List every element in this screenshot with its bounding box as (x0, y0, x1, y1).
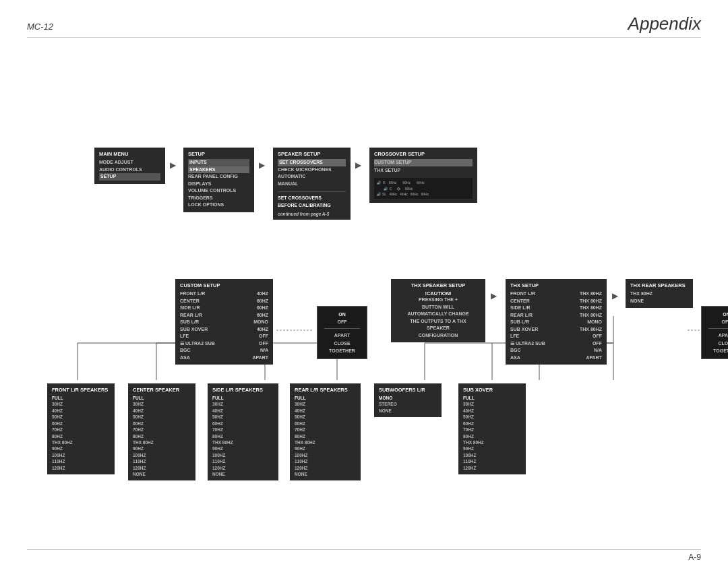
cs-front-lr-val: 40Hz (257, 290, 268, 298)
custom-setup-box: CUSTOM SETUP FRONT L/R 40Hz CENTER 60Hz … (175, 279, 273, 365)
sub-none: NONE (379, 408, 437, 414)
setup-item-triggers: TRIGGERS (188, 195, 249, 202)
setup-item-lock: LOCK OPTIONS (188, 201, 249, 209)
side-lr-50: 50Hz (212, 414, 274, 420)
front-lr-50: 50Hz (52, 414, 110, 420)
rear-lr-90: 90Hz (295, 445, 356, 451)
thx-lfe-val: OFF (593, 333, 602, 340)
cs-asa-val: APART (252, 354, 268, 362)
arrow-5 (612, 289, 623, 300)
center-110: 110Hz (133, 458, 191, 464)
onoff-on-1: ON (324, 311, 360, 318)
side-lr-30: 30Hz (212, 401, 274, 407)
rear-lr-thx80: THX 80Hz (295, 439, 356, 445)
thx-center-label: CENTER (510, 298, 530, 305)
rear-lr-30: 30Hz (295, 401, 356, 407)
rear-lr-60: 60Hz (295, 420, 356, 427)
side-lr-120: 120Hz (212, 465, 274, 471)
crossover-setup-title: CROSSOVER SETUP (374, 151, 473, 157)
sub-mono: MONO (379, 395, 437, 401)
speaker-setup-item-3: AUTOMATIC (278, 173, 346, 181)
sub-xover-70: 70Hz (463, 427, 521, 433)
onoff-close-1: CLOSE (324, 340, 360, 347)
thx-asa-label: ASA (510, 354, 520, 362)
sub-xover-box: SUB XOVER FULL 30Hz 40Hz 50Hz 60Hz 70Hz … (458, 383, 526, 474)
speaker-setup-item-4: MANUAL (278, 181, 346, 188)
thx-rear-lr-val: THX 80Hz (580, 312, 602, 319)
arrow-1 (170, 158, 181, 169)
front-lr-30: 30Hz (52, 401, 110, 407)
cs-lfe-val: OFF (259, 333, 268, 340)
cs-center-label: CENTER (180, 298, 200, 305)
rear-lr-box: REAR L/R SPEAKERS FULL 30Hz 40Hz 50Hz 60… (290, 383, 361, 480)
thx-center-val: THX 80Hz (580, 298, 602, 305)
thx-line-3: AUTOMATICALLY CHANGE (396, 311, 481, 318)
main-menu-item-1: MODE ADJUST (99, 159, 160, 166)
center-60: 60Hz (133, 420, 191, 427)
center-90: 90Hz (133, 445, 191, 451)
onoff-off-2: OFF (708, 318, 728, 325)
front-lr-80: 80Hz (52, 433, 110, 439)
front-lr-110: 110Hz (52, 458, 110, 464)
center-box: CENTER SPEAKER FULL 30Hz 40Hz 50Hz 60Hz … (128, 383, 195, 480)
side-lr-40: 40Hz (212, 408, 274, 414)
front-lr-box: FRONT L/R SPEAKERS FULL 30Hz 40Hz 50Hz 6… (47, 383, 115, 474)
front-lr-70: 70Hz (52, 427, 110, 433)
cs-bgc-label: BGC (180, 347, 191, 354)
front-lr-60: 60Hz (52, 420, 110, 427)
thx-line-5: SPEAKER (396, 325, 481, 332)
sub-xover-30: 30Hz (463, 401, 521, 407)
cs-sub-xover-val: 40Hz (257, 326, 268, 334)
thx-ultra2-label: ☰ ULTRA2 SUB (510, 340, 545, 348)
cs-side-lr-label: SIDE L/R (180, 305, 200, 312)
center-none: NONE (133, 471, 191, 477)
thx-rear-lr-label: REAR L/R (510, 312, 533, 319)
speaker-setup-item-2: CHECK MICROPHONES (278, 166, 346, 174)
thx-rear-none: NONE (630, 298, 688, 305)
front-lr-100: 100Hz (52, 452, 110, 458)
page-number: A-9 (688, 553, 701, 562)
speaker-setup-note-1: SET CROSSOVERS (278, 195, 346, 202)
side-lr-title: SIDE L/R SPEAKERS (212, 387, 274, 393)
cs-bgc-val: N/A (260, 347, 268, 354)
sub-xover-90: 90Hz (463, 445, 521, 451)
thx-line-1: PRESSING THE + (396, 296, 481, 304)
thx-speaker-setup-title: THX SPEAKER SETUP (396, 282, 481, 288)
onoff-apart-2: APART (708, 332, 728, 339)
thx-bgc-val: N/A (594, 347, 602, 354)
onoff-close-2: CLOSE (708, 340, 728, 347)
front-lr-title: FRONT L/R SPEAKERS (52, 387, 110, 393)
center-80: 80Hz (133, 433, 191, 439)
side-lr-110: 110Hz (212, 458, 274, 464)
onoff-apart-1: APART (324, 332, 360, 339)
center-70: 70Hz (133, 427, 191, 433)
thx-rear-80hz: THX 80Hz (630, 290, 688, 298)
rear-lr-110: 110Hz (295, 458, 356, 464)
rear-lr-title: REAR L/R SPEAKERS (295, 387, 356, 393)
crossover-thx: THX SETUP (374, 167, 473, 175)
sub-xover-50: 50Hz (463, 414, 521, 420)
header: MC-12 Appendix (27, 13, 701, 38)
rear-lr-100: 100Hz (295, 452, 356, 458)
front-lr-thx80: THX 80Hz (52, 439, 110, 445)
speaker-setup-page-note: continued from page A-5 (278, 212, 346, 216)
arrow-3 (355, 158, 366, 169)
front-lr-90: 90Hz (52, 445, 110, 451)
sub-xover-40: 40Hz (463, 408, 521, 414)
rear-lr-120: 120Hz (295, 465, 356, 471)
sub-xover-110: 110Hz (463, 458, 521, 464)
onoff-together-1: TOGETHER (324, 347, 360, 354)
side-lr-60: 60Hz (212, 420, 274, 427)
speaker-setup-box: SPEAKER SETUP SET CROSSOVERS CHECK MICRO… (273, 148, 351, 220)
setup-item-displays: DISPLAYS (188, 181, 249, 188)
sub-xover-80: 80Hz (463, 433, 521, 439)
thx-line-2: BUTTON WILL (396, 304, 481, 311)
onoff-on-2: ON (708, 311, 728, 318)
sub-xover-100: 100Hz (463, 452, 521, 458)
cs-ultra2-val: OFF (259, 340, 268, 348)
rear-lr-40: 40Hz (295, 408, 356, 414)
thx-ultra2-val: OFF (593, 340, 602, 348)
center-100: 100Hz (133, 452, 191, 458)
thx-setup-box: THX SETUP FRONT L/R THX 80Hz CENTER THX … (506, 279, 607, 365)
speaker-setup-item-1: SET CROSSOVERS (278, 159, 346, 166)
